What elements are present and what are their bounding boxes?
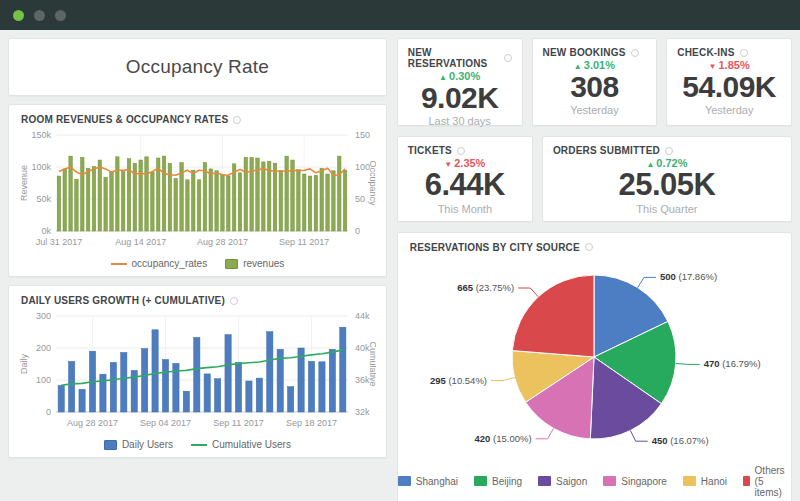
panel-daily-users: DAILY USERS GROWTH (+ CUMULATIVE) 032k10… [8, 285, 387, 458]
kpi-value: 6.44K [408, 169, 522, 202]
page-title: Occupancy Rate [126, 56, 269, 78]
legend-box-swatch [683, 476, 696, 486]
room-revenues-chart[interactable]: 0k050k50100k100150k150RevenueOccupancyJu… [18, 129, 376, 257]
svg-text:Sep 11 2017: Sep 11 2017 [279, 237, 329, 247]
kpi-value: 54.09K [677, 71, 781, 103]
svg-text:44k: 44k [355, 311, 370, 321]
room-revenues-legend[interactable]: occupancy_ratesrevenues [9, 257, 386, 274]
svg-text:150k: 150k [32, 130, 52, 140]
info-icon[interactable] [457, 147, 465, 155]
window-titlebar [0, 0, 800, 30]
legend-item[interactable]: Cumulative Users [191, 439, 291, 450]
svg-text:Daily: Daily [19, 354, 29, 375]
legend-item[interactable]: Others (5 items) [743, 465, 791, 498]
info-icon[interactable] [585, 243, 593, 251]
legend-item[interactable]: Shanghai [398, 476, 458, 487]
svg-text:295 (10.54%): 295 (10.54%) [430, 374, 487, 385]
kpi-card-new-reservations: NEW RESERVATIONS ▲0.30% 9.02K Last 30 da… [397, 38, 523, 126]
panel-room-revenues-header: ROOM REVENUES & OCCUPANCY RATES [9, 105, 386, 127]
kpi-period: This Quarter [553, 203, 781, 215]
kpi-card-new-bookings: NEW BOOKINGS ▲3.01% 308 Yesterday [532, 38, 658, 126]
legend-label: Daily Users [122, 439, 173, 450]
svg-text:300: 300 [36, 311, 51, 321]
legend-item[interactable]: Saigon [538, 476, 587, 487]
panel-title: DAILY USERS GROWTH (+ CUMULATIVE) [21, 295, 225, 306]
legend-label: Beijing [492, 476, 522, 487]
legend-box-swatch [474, 476, 487, 486]
kpi-value: 308 [543, 71, 647, 103]
legend-item[interactable]: occupancy_rates [111, 258, 208, 269]
svg-text:32k: 32k [355, 407, 370, 417]
left-column: Occupancy Rate ROOM REVENUES & OCCUPANCY… [8, 38, 387, 493]
svg-text:36k: 36k [355, 375, 370, 385]
info-icon[interactable] [233, 116, 241, 124]
legend-label: Cumulative Users [212, 439, 291, 450]
info-icon[interactable] [631, 49, 639, 57]
window-maximize-button[interactable] [55, 10, 66, 21]
svg-text:200: 200 [36, 343, 51, 353]
svg-text:100: 100 [36, 375, 51, 385]
svg-text:50: 50 [355, 194, 365, 204]
kpi-period: Yesterday [677, 104, 781, 116]
window-minimize-button[interactable] [34, 10, 45, 21]
legend-item[interactable]: Daily Users [104, 439, 173, 450]
legend-item[interactable]: Beijing [474, 476, 522, 487]
svg-text:500 (17.86%): 500 (17.86%) [660, 271, 717, 282]
legend-item[interactable]: Singapore [603, 476, 667, 487]
kpi-row-2: TICKETS ▼2.35% 6.44K This Month ORDERS S… [397, 136, 792, 222]
legend-item[interactable]: revenues [225, 258, 284, 269]
window-close-button[interactable] [13, 10, 24, 21]
svg-text:0: 0 [355, 226, 360, 236]
svg-text:Aug 28 2017: Aug 28 2017 [67, 418, 118, 428]
kpi-row-1: NEW RESERVATIONS ▲0.30% 9.02K Last 30 da… [397, 38, 792, 126]
kpi-title: CHECK-INS [677, 47, 734, 58]
legend-box-swatch [225, 259, 238, 269]
legend-label: Shanghai [416, 476, 458, 487]
svg-text:470 (16.79%): 470 (16.79%) [704, 358, 761, 369]
panel-reservations-by-city: RESERVATIONS BY CITY SOURCE 500 (17.86%)… [397, 232, 792, 501]
daily-users-legend[interactable]: Daily UsersCumulative Users [9, 438, 386, 455]
kpi-title: ORDERS SUBMITTED [553, 145, 660, 156]
pie-legend[interactable]: ShanghaiBeijingSaigonSingaporeHanoiOther… [398, 461, 791, 501]
svg-text:Sep 04 2017: Sep 04 2017 [140, 418, 191, 428]
legend-label: Saigon [556, 476, 587, 487]
svg-text:100: 100 [355, 162, 370, 172]
panel-title: ROOM REVENUES & OCCUPANCY RATES [21, 114, 228, 125]
kpi-card-tickets: TICKETS ▼2.35% 6.44K This Month [397, 136, 533, 222]
legend-box-swatch [104, 440, 117, 450]
info-icon[interactable] [230, 297, 238, 305]
svg-text:Occupancy: Occupancy [368, 160, 376, 206]
legend-item[interactable]: Hanoi [683, 476, 727, 487]
svg-text:Aug 28 2017: Aug 28 2017 [197, 237, 248, 247]
panel-title: RESERVATIONS BY CITY SOURCE [410, 242, 580, 253]
kpi-title: NEW BOOKINGS [543, 47, 626, 58]
kpi-period: Yesterday [543, 104, 647, 116]
svg-text:150: 150 [355, 130, 370, 140]
panel-pie-header: RESERVATIONS BY CITY SOURCE [398, 233, 791, 255]
legend-box-swatch [743, 476, 750, 486]
svg-text:Aug 14 2017: Aug 14 2017 [116, 237, 167, 247]
kpi-title: NEW RESERVATIONS [408, 47, 499, 69]
legend-line-swatch [191, 444, 207, 446]
svg-text:Revenue: Revenue [19, 165, 29, 201]
svg-text:Sep 18 2017: Sep 18 2017 [286, 418, 337, 428]
legend-box-swatch [398, 476, 411, 486]
info-icon[interactable] [740, 49, 748, 57]
info-icon[interactable] [665, 147, 673, 155]
svg-text:Cumulative: Cumulative [368, 341, 376, 386]
kpi-card-check-ins: CHECK-INS ▼1.85% 54.09K Yesterday [666, 38, 792, 126]
legend-label: Singapore [621, 476, 667, 487]
kpi-value: 25.05K [553, 169, 781, 202]
daily-users-chart[interactable]: 032k10036k20040k30044kDailyCumulativeAug… [18, 310, 376, 438]
reservations-pie-chart[interactable]: 500 (17.86%)470 (16.79%)450 (16.07%)420 … [408, 255, 780, 461]
dashboard-content: Occupancy Rate ROOM REVENUES & OCCUPANCY… [0, 30, 800, 501]
svg-text:40k: 40k [355, 343, 370, 353]
kpi-card-orders-submitted: ORDERS SUBMITTED ▲0.72% 25.05K This Quar… [542, 136, 792, 222]
legend-label: revenues [243, 258, 284, 269]
legend-label: occupancy_rates [132, 258, 208, 269]
info-icon[interactable] [504, 54, 512, 62]
svg-text:450 (16.07%): 450 (16.07%) [652, 435, 709, 446]
svg-text:Sep 11 2017: Sep 11 2017 [214, 418, 264, 428]
kpi-period: Last 30 days [408, 115, 512, 127]
legend-line-swatch [111, 263, 127, 265]
